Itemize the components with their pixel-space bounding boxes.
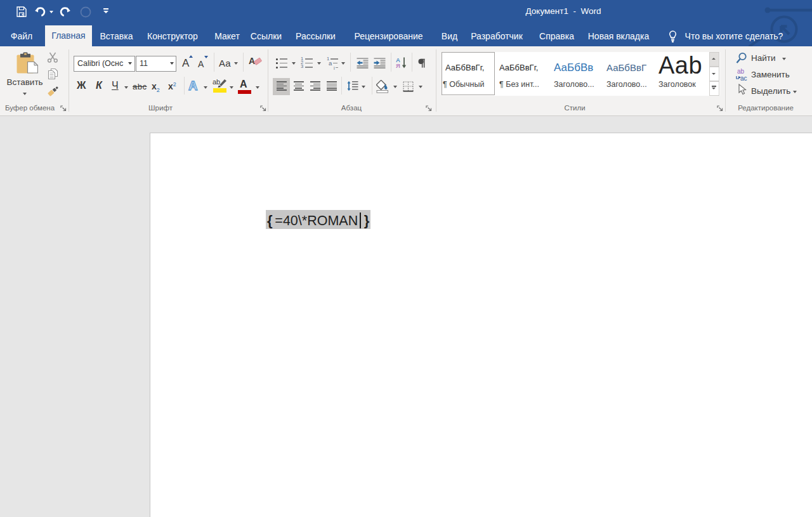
svg-text:Я: Я xyxy=(396,62,400,69)
svg-text:ac: ac xyxy=(740,75,747,82)
svg-text:ab: ab xyxy=(213,78,220,86)
svg-text:ab: ab xyxy=(737,68,745,75)
